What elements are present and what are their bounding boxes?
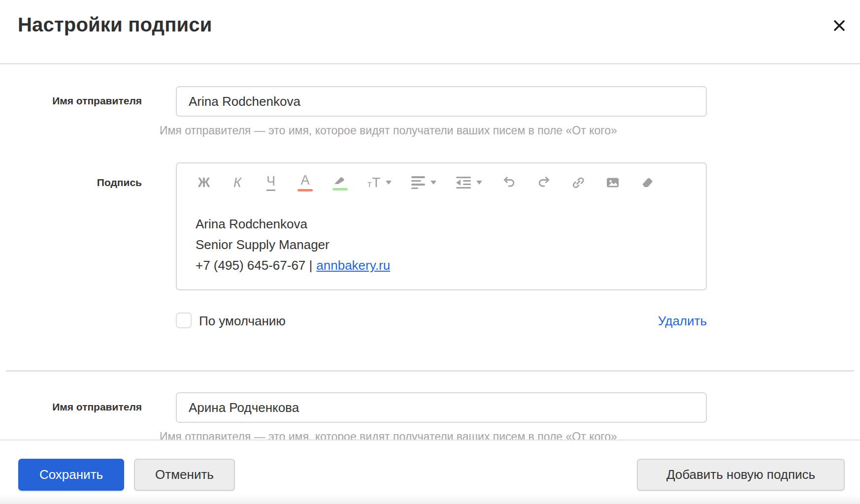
font-color-button[interactable]: А: [298, 174, 313, 191]
italic-button[interactable]: К: [231, 174, 244, 191]
signature-line: Senior Supply Manager: [196, 234, 691, 255]
font-size-icon: тТ: [367, 175, 380, 190]
highlighter-icon: [332, 175, 348, 190]
chevron-down-icon: [386, 181, 392, 185]
add-new-signature-button[interactable]: Добавить новую подпись: [637, 459, 845, 491]
signature-line: +7 (495) 645-67-67 |annbakery.ru: [196, 255, 691, 276]
signature-settings-dialog: Настройки подписи Имя отправителя Имя от…: [0, 0, 860, 504]
editor-toolbar: Ж К Ч А: [177, 163, 706, 202]
signature-line: Arina Rodchenkova: [196, 214, 691, 234]
chevron-down-icon: [430, 181, 436, 185]
default-checkbox-label: По умолчанию: [199, 314, 286, 329]
sender-name-label-top: Имя отправителя: [18, 95, 142, 107]
footer-left-buttons: Сохранить Отменить: [18, 459, 235, 491]
highlight-button[interactable]: [332, 174, 348, 191]
close-button[interactable]: [829, 16, 849, 35]
save-button[interactable]: Сохранить: [18, 459, 124, 491]
bold-icon: Ж: [198, 176, 210, 189]
chevron-down-icon: [476, 181, 482, 185]
align-button[interactable]: [411, 174, 436, 191]
default-checkbox[interactable]: [176, 313, 192, 328]
cancel-button[interactable]: Отменить: [134, 459, 235, 491]
italic-icon: К: [233, 176, 241, 189]
insert-image-button[interactable]: [605, 174, 620, 191]
undo-button[interactable]: [502, 174, 517, 191]
delete-signature-link[interactable]: Удалить: [658, 314, 707, 329]
redo-icon: [536, 175, 551, 190]
dialog-footer: Сохранить Отменить Добавить новую подпис…: [0, 440, 860, 504]
indent-button[interactable]: [456, 174, 482, 191]
signature-phone: +7 (495) 645-67-67 |: [196, 258, 312, 273]
sender-name-input-top[interactable]: [176, 86, 707, 117]
link-icon: [571, 175, 586, 190]
close-icon: [831, 18, 847, 33]
clear-formatting-button[interactable]: [640, 174, 655, 191]
signature-website-link[interactable]: annbakery.ru: [316, 258, 390, 273]
underline-icon: Ч: [266, 175, 275, 191]
section-divider: [6, 370, 854, 372]
sender-name-label-bottom: Имя отправителя: [18, 401, 142, 413]
underline-button[interactable]: Ч: [264, 174, 278, 191]
dialog-title: Настройки подписи: [18, 14, 212, 36]
bold-button[interactable]: Ж: [197, 174, 211, 191]
image-icon: [605, 175, 620, 190]
font-color-icon: А: [298, 174, 313, 191]
outdent-icon: [456, 177, 471, 189]
align-left-icon: [411, 176, 425, 189]
signature-text-area[interactable]: Arina Rodchenkova Senior Supply Manager …: [177, 202, 706, 276]
signature-editor: Ж К Ч А: [176, 162, 707, 290]
sender-name-input-bottom[interactable]: [176, 392, 707, 423]
signature-label: Подпись: [18, 177, 142, 189]
undo-icon: [502, 175, 517, 190]
sender-name-hint-top: Имя отправителя — это имя, которое видят…: [160, 124, 617, 137]
link-button[interactable]: [571, 174, 586, 191]
font-size-button[interactable]: тТ: [367, 174, 392, 191]
redo-button[interactable]: [536, 174, 551, 191]
eraser-icon: [640, 175, 655, 190]
header-divider: [0, 63, 860, 64]
